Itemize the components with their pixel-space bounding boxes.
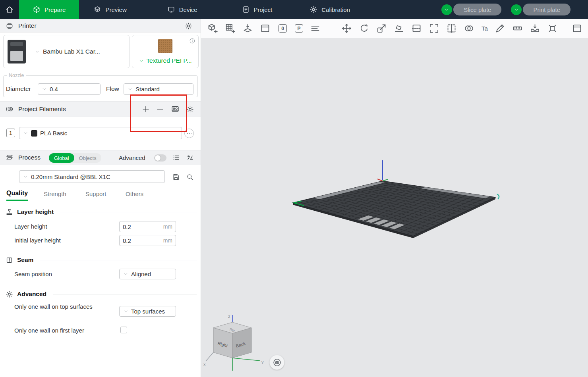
advanced-gear-icon [6,290,13,298]
process-tabs: Quality Strength Support Others [0,187,201,201]
text-tool-icon[interactable]: Ta [482,25,488,32]
filament-color-swatch [31,130,37,137]
one-wall-top-select[interactable]: Top surfaces [119,306,176,317]
printer-section-title: Printer [18,22,37,29]
tab-calibration[interactable]: Calibration [300,0,360,19]
printer-model-select[interactable]: Bambu Lab X1 Car... [35,48,100,55]
scope-objects-segment[interactable]: Objects [74,155,101,161]
rotate-tool-icon[interactable] [359,23,369,34]
layer-height-section-header: Layer height [6,206,197,218]
seam-position-label: Seam position [14,270,114,278]
search-icon [186,173,194,181]
tab-prepare-label: Prepare [44,6,66,13]
chevron-down-icon [123,309,128,314]
add-filament-button[interactable] [140,104,151,115]
filament-more-button[interactable] [184,129,194,138]
tab-preview[interactable]: Preview [84,0,136,19]
svg-text:y: y [261,360,264,364]
seam-position-value: Aligned [131,271,151,277]
topbar-actions: Slice plate Print plate [441,0,571,19]
chevron-down-icon [23,131,28,136]
chevron-down-icon [513,7,519,13]
printer-settings-button[interactable] [183,20,194,31]
flow-label: Flow [106,85,119,92]
add-plate-icon[interactable] [225,23,236,34]
printer-section-header: Printer [0,19,201,33]
view-camera-button[interactable] [269,355,284,370]
process-scope-toggle[interactable]: Global Objects [49,153,101,163]
lay-on-face-icon[interactable] [394,23,404,34]
tab-prepare[interactable]: Prepare [19,0,79,19]
cut-tool-icon[interactable] [411,23,422,34]
paint-tool-icon[interactable] [495,23,505,34]
add-model-icon[interactable] [207,23,218,34]
exploded-view-icon[interactable] [547,23,558,34]
scope-global-segment[interactable]: Global [49,153,74,163]
assembly-tool-icon[interactable] [530,23,540,34]
search-preset-button[interactable] [185,172,195,182]
split-tool-icon[interactable] [446,23,457,34]
modified-params-icon [186,154,194,162]
tab-project[interactable]: Project [232,0,282,19]
mesh-boolean-icon[interactable] [464,23,474,34]
tab-support[interactable]: Support [85,187,106,201]
save-icon [172,173,180,181]
move-tool-icon[interactable] [341,23,352,34]
overflow-icon[interactable] [572,23,582,34]
align-objects-icon[interactable] [310,23,321,34]
initial-layer-height-label: Initial layer height [14,237,114,244]
nozzle-legend: Nozzle [7,73,26,78]
one-wall-top-value: Top surfaces [131,308,165,315]
plate-name-badge[interactable]: P [295,24,303,33]
save-preset-button[interactable] [171,172,181,182]
diameter-label: Diameter [6,85,31,92]
scale-tool-icon[interactable] [376,23,387,34]
remove-filament-button[interactable] [155,104,166,115]
plate-index-badge[interactable]: 0 [279,24,287,33]
initial-layer-height-input[interactable] [123,237,161,244]
printer-selector-card[interactable]: Bambu Lab X1 Car... [3,35,130,68]
arrange-plate-icon[interactable] [260,23,271,34]
one-wall-first-row: Only one wall on first layer [0,325,201,336]
tab-quality[interactable]: Quality [6,187,28,201]
process-section-title: Process [18,154,41,161]
tab-device[interactable]: Device [158,0,207,19]
slice-plate-group: Slice plate [441,4,501,15]
ams-icon [171,105,180,113]
tab-calibration-label: Calibration [321,6,350,13]
info-icon[interactable] [189,38,195,44]
measure-tool-icon[interactable] [512,23,523,34]
filament-settings-button[interactable] [184,104,195,115]
scene-3d[interactable]: TopRightBackzxy [201,38,588,377]
tab-strength[interactable]: Strength [44,187,66,201]
print-plate-dropdown-button[interactable] [511,4,522,15]
layer-height-input[interactable] [123,223,161,230]
seam-section-header: Seam [6,254,197,266]
plate-type-card[interactable]: Textured PEI P... [132,35,199,68]
tab-preview-label: Preview [105,6,126,13]
flow-select[interactable]: Standard [124,83,193,95]
ams-sync-button[interactable] [170,104,181,115]
seam-position-select[interactable]: Aligned [119,269,176,279]
modify-params-button[interactable] [184,152,195,163]
home-button[interactable] [0,0,19,19]
build-plate-canvas[interactable]: TopRightBackzxy [201,38,588,377]
parameter-list-button[interactable] [170,152,182,163]
tab-others[interactable]: Others [126,187,143,201]
diameter-select[interactable]: 0.4 [38,83,101,95]
chevron-down-icon [23,174,28,179]
chevron-down-icon [444,7,450,13]
slice-plate-button[interactable]: Slice plate [453,4,501,15]
filament-index: 1 [6,129,15,137]
mesh-edit-icon[interactable] [429,23,439,34]
filament-select[interactable]: PLA Basic [19,127,182,139]
plate-type-select[interactable]: Textured PEI P... [132,57,198,64]
chevron-down-icon [139,58,144,63]
auto-orient-icon[interactable] [242,23,253,34]
process-preset-select[interactable]: 0.20mm Standard @BBL X1C [19,170,165,183]
seam-position-row: Seam position Aligned [0,269,201,280]
one-wall-first-checkbox[interactable] [120,327,127,333]
slice-plate-dropdown-button[interactable] [441,4,452,15]
print-plate-button[interactable]: Print plate [523,4,571,15]
advanced-mode-switch[interactable] [154,154,166,162]
